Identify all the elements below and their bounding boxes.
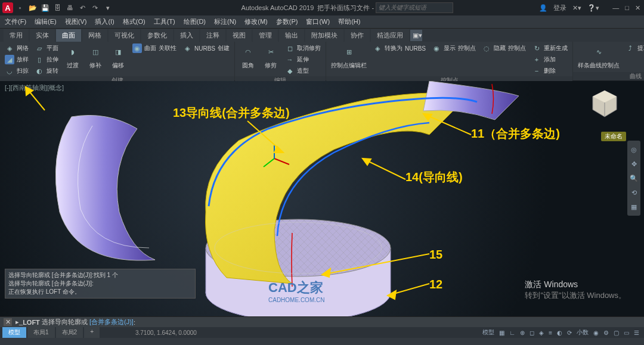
status-polar-icon[interactable]: ⊕ [520,330,525,336]
steering-wheel-icon[interactable]: ◎ [628,144,639,155]
tab-annotate[interactable]: 注释 [200,29,225,42]
btn-extrude[interactable]: ▯拉伸 [33,54,60,65]
btn-surf-assoc[interactable]: ◉曲面关联性 [131,43,178,54]
tab-home[interactable]: 常用 [4,29,29,42]
tab-visualize[interactable]: 可视化 [109,29,140,42]
saveas-icon[interactable]: 🗄 [53,4,62,13]
btn-revolve[interactable]: ◐旋转 [33,66,60,76]
tab-output[interactable]: 输出 [279,29,304,42]
tab-layout1[interactable]: 布局1 [27,327,55,338]
btn-network[interactable]: ◈网络 [4,43,30,54]
tab-mesh[interactable]: 网格 [82,29,107,42]
btn-cvedit[interactable]: ⊞控制点编辑栏 [330,43,368,70]
open-icon[interactable]: 📂 [28,4,37,13]
btn-trim[interactable]: ✂修剪 [261,43,280,70]
btn-offset[interactable]: ◨偏移 [109,43,128,70]
status-wcs-icon[interactable]: ◉ [593,330,599,336]
maximize-button[interactable]: □ [625,4,629,12]
menu-window[interactable]: 窗口(W) [306,17,330,26]
coords-readout[interactable]: 3.7100, 1.6424, 0.0000 [135,330,197,336]
btn-planar[interactable]: ▱平面 [33,43,60,54]
status-3dosnap-icon[interactable]: ◈ [539,330,544,336]
btn-spline[interactable]: ∿样条曲线控制点 [577,43,621,70]
exchange-icon[interactable]: ✕▾ [572,4,581,12]
tab-featured[interactable]: 精选应用 [371,29,409,42]
zoom-icon[interactable]: 🔍 [628,173,639,184]
tab-manage[interactable]: 管理 [253,29,278,42]
close-button[interactable]: ✕ [635,4,640,12]
tab-insert[interactable]: 插入 [174,29,199,42]
save-icon[interactable]: 💾 [41,4,49,13]
btn-showcv[interactable]: ◉显示控制点 [431,43,477,54]
undo-icon[interactable]: ↶ [78,4,87,13]
search-input[interactable]: 键入关键字或短语 [376,2,453,13]
redo-icon[interactable]: ↷ [91,4,100,13]
status-grid-icon[interactable]: ▦ [499,330,504,336]
status-units[interactable]: 小数 [577,328,589,337]
tab-view[interactable]: 视图 [227,29,252,42]
menu-insert[interactable]: 插入(I) [95,17,114,26]
status-clean-icon[interactable]: ▭ [624,330,629,336]
menu-dim[interactable]: 标注(N) [214,17,236,26]
btn-extract[interactable]: ⤴提取素线 [624,43,644,54]
login-link[interactable]: 登录 [553,4,566,13]
tab-parametric[interactable]: 参数化 [141,29,173,42]
panel-label[interactable]: 曲线 [573,72,644,80]
tab-addins[interactable]: 附加模块 [305,29,343,42]
tab-model[interactable]: 模型 [2,327,26,338]
menu-edit[interactable]: 编辑(E) [35,17,57,26]
menu-param[interactable]: 参数(P) [276,17,298,26]
menu-draw[interactable]: 绘图(D) [184,17,206,26]
menu-help[interactable]: 帮助(H) [338,17,360,26]
cmd-option[interactable]: [合并多条边(J)] [89,318,134,327]
command-bar[interactable]: ✕ ▸_ LOFT 选择导向轮廓或 [合并多条边(J)] : [0,316,644,327]
btn-extend[interactable]: →延伸 [284,54,322,65]
btn-loft[interactable]: ◢放样 [4,54,30,65]
viewcube[interactable] [589,88,620,119]
menu-file[interactable]: 文件(F) [5,17,26,26]
btn-delcv[interactable]: −删除 [531,66,569,76]
btn-hidecv[interactable]: ◌隐藏控制点 [481,43,527,54]
menu-modify[interactable]: 修改(M) [244,17,268,26]
qat-more-icon[interactable]: ▾ [103,4,112,13]
status-transparency-icon[interactable]: ◐ [557,330,562,336]
pan-icon[interactable]: ✥ [628,158,639,169]
btn-sculpt[interactable]: ◆造型 [284,66,322,76]
btn-rebuild[interactable]: ↻重新生成 [531,43,569,54]
status-snap-icon[interactable]: ∟ [509,330,515,336]
plot-icon[interactable]: 🖶 [66,4,75,13]
tab-layout2[interactable]: 布局2 [56,327,83,338]
btn-sweep[interactable]: ◡扫掠 [4,66,30,76]
status-cycling-icon[interactable]: ⟳ [567,330,572,336]
btn-patch[interactable]: ◫修补 [86,43,105,70]
btn-untrim[interactable]: ◻取消修剪 [284,43,322,54]
tab-solid[interactable]: 实体 [30,29,55,42]
tab-add[interactable]: + [84,327,100,338]
status-lwt-icon[interactable]: ≡ [549,330,552,336]
help-icon[interactable]: ❔▾ [587,4,599,12]
minimize-button[interactable]: — [612,4,619,12]
status-gear-icon[interactable]: ⚙ [603,330,609,336]
status-osnap-icon[interactable]: ◻ [530,330,534,336]
btn-convert[interactable]: ◈转换为NURBS [371,43,427,54]
btn-blend[interactable]: ◗过渡 [63,43,82,70]
view-unnamed-badge[interactable]: 未命名 [601,132,626,141]
menu-format[interactable]: 格式(O) [123,17,145,26]
status-custom-icon[interactable]: ☰ [634,330,639,336]
app-logo[interactable]: A [2,2,13,13]
new-icon[interactable]: ▫ [16,4,24,13]
tab-collab[interactable]: 协作 [345,29,370,42]
menu-tools[interactable]: 工具(T) [154,17,175,26]
status-model[interactable]: 模型 [482,328,494,337]
showmotion-icon[interactable]: ▦ [628,201,639,212]
tab-surface[interactable]: 曲面 [56,29,81,42]
btn-fillet[interactable]: ◠圆角 [239,43,258,70]
status-iso-icon[interactable]: ▢ [614,330,619,336]
viewport[interactable]: [-][西南等轴测][概念] [0,81,644,327]
orbit-icon[interactable]: ⟲ [628,187,639,198]
btn-nurbs-create[interactable]: ◈NURBS创建 [181,43,231,54]
tab-expand[interactable]: ▣▾ [410,30,422,41]
user-icon[interactable]: 👤 [539,4,547,12]
command-history[interactable]: 选择导向轮廓或 [合并多条边(J)]:找到 1 个 选择导向轮廓或 [合并多条边… [5,269,196,299]
cmd-close-icon[interactable]: ✕ [4,318,12,326]
